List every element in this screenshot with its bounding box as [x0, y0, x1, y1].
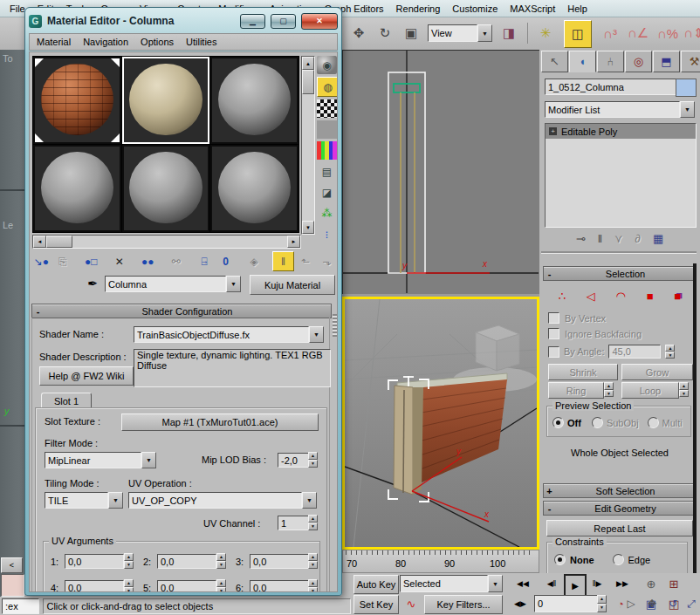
chevron-down-icon[interactable]: ▼: [108, 492, 123, 509]
sample-slot-active[interactable]: [122, 57, 210, 144]
minimize-button[interactable]: ▁: [240, 14, 265, 29]
backlight-icon[interactable]: ◍: [317, 77, 338, 97]
by-angle-checkbox[interactable]: [548, 346, 559, 358]
field-of-view-icon[interactable]: ▷: [621, 595, 641, 612]
menu-maxscript[interactable]: MAXScript: [504, 3, 561, 15]
menu-customize[interactable]: Customize: [446, 3, 504, 15]
uv-arg-3-field[interactable]: 0,0: [250, 554, 309, 569]
scroll-thumb[interactable]: [302, 70, 314, 94]
me-menu-material[interactable]: Material: [37, 37, 71, 47]
show-end-result-icon[interactable]: ‖: [598, 232, 602, 245]
scroll-down-icon[interactable]: ▼: [302, 221, 314, 234]
spinner-snap-icon[interactable]: ∩⇕: [683, 22, 700, 44]
tab-modify-icon[interactable]: ◖: [569, 51, 596, 72]
constraints-edge-radio[interactable]: [613, 554, 624, 565]
select-and-scale-icon[interactable]: ▣: [400, 22, 422, 44]
uv-arg-4-field[interactable]: 0,0: [65, 580, 124, 592]
key-filters-button[interactable]: Key Filters...: [424, 595, 503, 614]
material-type-button[interactable]: Kuju Material: [250, 275, 335, 295]
by-angle-spinner[interactable]: ▲▼: [665, 345, 675, 359]
modifier-list-dropdown[interactable]: Modifier List ▼: [545, 101, 695, 118]
menu-help[interactable]: Help: [561, 3, 594, 15]
set-key-button[interactable]: Set Key: [353, 595, 399, 614]
make-preview-icon[interactable]: ▤: [317, 162, 337, 181]
preview-multi-radio[interactable]: [648, 417, 659, 428]
modifier-stack[interactable]: + Editable Poly: [545, 123, 697, 228]
uv-channel-spinner[interactable]: ▲▼: [308, 515, 318, 530]
tab-utilities-icon[interactable]: ⚒: [681, 51, 700, 72]
object-color-swatch[interactable]: [676, 79, 697, 97]
shader-config-rollout-header[interactable]: - Shader Configuration: [31, 304, 332, 318]
by-angle-field[interactable]: 45,0: [608, 345, 661, 359]
background-checker-icon[interactable]: [317, 99, 337, 118]
angle-snap-icon[interactable]: ∩∠: [627, 22, 649, 44]
chevron-down-icon[interactable]: ▼: [226, 276, 241, 292]
tiling-mode-dropdown[interactable]: TILE ▼: [45, 492, 123, 509]
uv-arg-1-spinner[interactable]: ▲▼: [124, 553, 134, 569]
make-unique-icon[interactable]: ⚯: [166, 252, 186, 270]
play-button-icon[interactable]: ▶: [564, 574, 587, 597]
uv-arg-6-field[interactable]: 0,0: [250, 580, 309, 592]
stack-item-editable-poly[interactable]: + Editable Poly: [546, 124, 696, 139]
material-editor-window[interactable]: G Material Editor - Columna ▁ ▢ ✕ Materi…: [24, 7, 342, 596]
ring-button[interactable]: Ring: [548, 382, 604, 399]
me-menu-utilities[interactable]: Utilities: [186, 37, 216, 47]
uv-arg-1-field[interactable]: 0,0: [65, 554, 124, 569]
material-options-icon[interactable]: ◪: [317, 183, 337, 202]
select-and-rotate-icon[interactable]: ↻: [374, 22, 396, 44]
uv-operation-dropdown[interactable]: UV_OP_COPY ▼: [128, 492, 317, 509]
go-forward-to-sibling-icon[interactable]: ⬎: [317, 252, 337, 270]
select-and-move-icon[interactable]: ✥: [347, 22, 370, 44]
pan-icon[interactable]: ✥: [642, 595, 662, 612]
stack-expand-icon[interactable]: +: [549, 127, 557, 135]
assign-material-to-selection-icon[interactable]: ●□: [81, 252, 101, 270]
selection-rollout-header[interactable]: - Selection: [543, 266, 697, 281]
get-material-icon[interactable]: ↘●: [31, 252, 51, 270]
element-subobject-icon[interactable]: ■: [674, 290, 681, 303]
percent-snap-icon[interactable]: ∩%: [656, 22, 679, 44]
snap-3-icon[interactable]: ∩³: [599, 22, 621, 44]
select-by-material-icon[interactable]: ⁂: [317, 204, 337, 222]
prev-frame-icon[interactable]: ◀‖: [541, 575, 562, 592]
soft-selection-rollout-header[interactable]: + Soft Selection: [543, 483, 697, 498]
repeat-last-button[interactable]: Repeat Last: [546, 520, 693, 536]
uv-arg-3-spinner[interactable]: ▲▼: [308, 553, 318, 569]
viewport-perspective[interactable]: y x: [342, 297, 539, 550]
put-material-to-scene-icon[interactable]: ⎘: [53, 252, 73, 270]
pin-stack-icon[interactable]: ⊸: [576, 232, 586, 245]
chevron-down-icon[interactable]: ▼: [477, 24, 492, 42]
me-menu-navigation[interactable]: Navigation: [83, 37, 128, 47]
maxscript-mini-listener[interactable]: :ex: [2, 598, 39, 614]
go-to-start-icon[interactable]: ◀◀: [510, 575, 536, 592]
material-map-navigator-icon[interactable]: ⁝: [317, 225, 337, 243]
preview-subobj-radio[interactable]: [592, 417, 603, 428]
maximize-viewport-icon[interactable]: ⤢: [683, 595, 700, 612]
maximize-button[interactable]: ▢: [271, 14, 296, 29]
sample-slot-brick[interactable]: [33, 57, 121, 144]
material-editor-titlebar[interactable]: G Material Editor - Columna ▁ ▢ ✕: [29, 10, 338, 31]
tab-hierarchy-icon[interactable]: ⑃: [597, 51, 624, 72]
chevron-down-icon[interactable]: ▼: [680, 101, 695, 118]
sample-slot-3[interactable]: [210, 57, 299, 144]
reset-map-icon[interactable]: ✕: [109, 252, 129, 270]
uv-arg-5-spinner[interactable]: ▲▼: [216, 579, 226, 592]
menu-rendering[interactable]: Rendering: [390, 3, 447, 15]
select-and-manipulate-icon[interactable]: ✳: [534, 22, 557, 44]
vertex-subobject-icon[interactable]: ∴: [559, 290, 566, 303]
arc-rotate-icon[interactable]: ↺: [663, 595, 683, 612]
zoom-all-icon[interactable]: ⊞: [663, 575, 684, 592]
show-end-result-icon[interactable]: ‖: [272, 251, 294, 271]
zoom-icon[interactable]: ⊕: [641, 575, 662, 592]
put-to-library-icon[interactable]: ⍈: [195, 252, 215, 270]
set-key-mode-icon[interactable]: ∿: [401, 595, 421, 612]
slot-texture-button[interactable]: Map #1 (TxMuroTut01.ace): [121, 413, 319, 431]
sample-uv-tiling-icon[interactable]: [317, 120, 337, 139]
grow-button[interactable]: Grow: [621, 364, 693, 380]
uv-arg-5-field[interactable]: 0,0: [157, 580, 216, 592]
mip-lod-bias-spinner[interactable]: ▲▼: [308, 452, 318, 468]
make-material-copy-icon[interactable]: ●●: [138, 252, 158, 270]
by-vertex-checkbox[interactable]: [548, 312, 559, 324]
loop-spinner[interactable]: ▲▼: [679, 382, 689, 397]
mini-listener-pink-line[interactable]: [1, 574, 24, 597]
sample-slot-4[interactable]: [33, 145, 121, 232]
